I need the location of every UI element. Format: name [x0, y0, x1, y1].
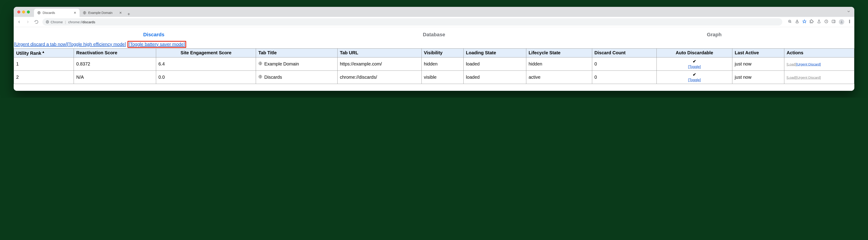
chrome-icon: Chrome	[45, 20, 63, 24]
urgent-discard-link[interactable]: [Urgent Discard]	[796, 62, 821, 66]
omnibox-host: chrome://	[68, 20, 83, 24]
profile-avatar[interactable]	[839, 19, 844, 25]
svg-marker-9	[803, 20, 806, 23]
load-link[interactable]: [Load]	[786, 62, 796, 66]
share-icon[interactable]	[795, 20, 799, 25]
col-visibility[interactable]: Visibility	[422, 49, 464, 58]
sidepanel-icon[interactable]	[832, 20, 836, 25]
col-site-engagement[interactable]: Site Engagement Score	[156, 49, 256, 58]
nav-graph[interactable]: Graph	[574, 30, 854, 41]
col-loading-state[interactable]: Loading State	[464, 49, 526, 58]
checkmark-icon: ✔	[659, 59, 730, 64]
cell-visibility: visible	[422, 70, 464, 84]
omnibox-path: discards	[83, 20, 95, 24]
cell-actions: [Load][Urgent Discard]	[784, 57, 854, 70]
toggle-auto-discardable-link[interactable]: [Toggle]	[688, 78, 701, 82]
urgent-discard-link[interactable]: [Urgent Discard]	[796, 76, 821, 80]
svg-point-16	[849, 22, 850, 23]
toggle-auto-discardable-link[interactable]: [Toggle]	[688, 65, 701, 69]
cell-lifecycle: active	[526, 70, 592, 84]
cell-title-text: Discards	[264, 74, 282, 80]
globe-icon	[83, 11, 86, 14]
col-actions[interactable]: Actions	[784, 49, 854, 58]
svg-rect-11	[832, 20, 835, 23]
cell-loading: loaded	[464, 70, 526, 84]
browser-tab-example[interactable]: Example Domain ✕	[80, 9, 125, 17]
table-row: 1 0.8372 6.4 Example Domain https://exam…	[14, 57, 854, 70]
omnibox-scheme-label: Chrome	[51, 20, 63, 24]
page-nav: Discards Database Graph	[14, 30, 854, 41]
cell-rank: 1	[14, 57, 74, 70]
nav-discards[interactable]: Discards	[14, 30, 294, 41]
extensions-icon[interactable]	[810, 20, 814, 25]
highlight-box: [Toggle battery saver mode]	[127, 41, 186, 48]
cell-auto-discardable: ✔ [Toggle]	[656, 70, 733, 84]
globe-icon	[37, 11, 41, 14]
cell-visibility: hidden	[422, 57, 464, 70]
cell-engagement: 6.4	[156, 57, 256, 70]
urgent-discard-link[interactable]: [Urgent discard a tab now]	[14, 42, 67, 47]
svg-point-14	[849, 20, 850, 21]
sort-indicator: ▲	[42, 50, 45, 54]
new-tab-button[interactable]: +	[127, 12, 130, 17]
cell-rank: 2	[14, 70, 74, 84]
col-auto-discardable[interactable]: Auto Discardable	[656, 49, 733, 58]
close-tab-icon[interactable]: ✕	[119, 11, 122, 14]
page-content: Discards Database Graph [Urgent discard …	[14, 27, 854, 91]
traffic-lights	[17, 10, 30, 13]
globe-icon	[258, 61, 262, 67]
zoom-icon[interactable]	[788, 20, 792, 25]
cell-reactivation: N/A	[74, 70, 156, 84]
col-lifecycle-state[interactable]: Lifecycle State	[526, 49, 592, 58]
col-discard-count[interactable]: Discard Count	[592, 49, 656, 58]
forward-button[interactable]	[25, 19, 31, 25]
update-icon[interactable]	[824, 20, 828, 25]
svg-point-3	[47, 21, 48, 22]
col-tab-title[interactable]: Tab Title	[256, 49, 337, 58]
col-utility-rank[interactable]: Utility Rank▲	[14, 49, 74, 58]
col-reactivation-score[interactable]: Reactivation Score	[74, 49, 156, 58]
table-row: 2 N/A 0.0 Discards chrome://discards/ vi…	[14, 70, 854, 84]
cell-url: chrome://discards/	[337, 70, 422, 84]
maximize-window-button[interactable]	[27, 10, 30, 13]
close-window-button[interactable]	[17, 10, 20, 13]
globe-icon	[258, 74, 262, 80]
browser-tab-discards[interactable]: Discards ✕	[34, 9, 80, 17]
cell-auto-discardable: ✔ [Toggle]	[656, 57, 733, 70]
back-button[interactable]	[17, 19, 22, 25]
checkmark-icon: ✔	[659, 72, 730, 77]
cell-title-text: Example Domain	[264, 61, 299, 67]
bookmark-star-icon[interactable]	[802, 20, 806, 25]
reload-button[interactable]	[34, 19, 39, 25]
labs-icon[interactable]	[817, 20, 821, 25]
cell-last-active: just now	[733, 57, 784, 70]
cell-discard-count: 0	[592, 57, 656, 70]
svg-point-15	[849, 21, 850, 22]
toggle-high-efficiency-link[interactable]: [Toggle high efficiency mode]	[67, 42, 126, 47]
col-last-active[interactable]: Last Active	[733, 49, 784, 58]
omnibox[interactable]: Chrome | chrome://discards	[42, 18, 782, 26]
tab-title: Discards	[43, 11, 55, 14]
discards-table: Utility Rank▲ Reactivation Score Site En…	[14, 48, 854, 84]
toolbar-right-icons	[788, 19, 851, 25]
menu-icon[interactable]	[847, 20, 851, 25]
cell-url: https://example.com/	[337, 57, 422, 70]
cell-discard-count: 0	[592, 70, 656, 84]
cell-last-active: just now	[733, 70, 784, 84]
cell-title: Example Domain	[256, 57, 337, 70]
toggle-battery-saver-link[interactable]: [Toggle battery saver mode]	[129, 42, 185, 47]
cell-actions: [Load][Urgent Discard]	[784, 70, 854, 84]
omnibox-separator: |	[65, 20, 66, 24]
tab-title: Example Domain	[88, 11, 113, 14]
cell-title: Discards	[256, 70, 337, 84]
load-link[interactable]: [Load]	[786, 76, 796, 80]
svg-line-7	[790, 22, 791, 23]
svg-point-13	[841, 21, 842, 22]
close-tab-icon[interactable]: ✕	[73, 11, 76, 14]
chevron-down-icon[interactable]	[846, 9, 851, 14]
minimize-window-button[interactable]	[22, 10, 25, 13]
col-tab-url[interactable]: Tab URL	[337, 49, 422, 58]
nav-database[interactable]: Database	[294, 30, 574, 41]
cell-engagement: 0.0	[156, 70, 256, 84]
cell-lifecycle: hidden	[526, 57, 592, 70]
